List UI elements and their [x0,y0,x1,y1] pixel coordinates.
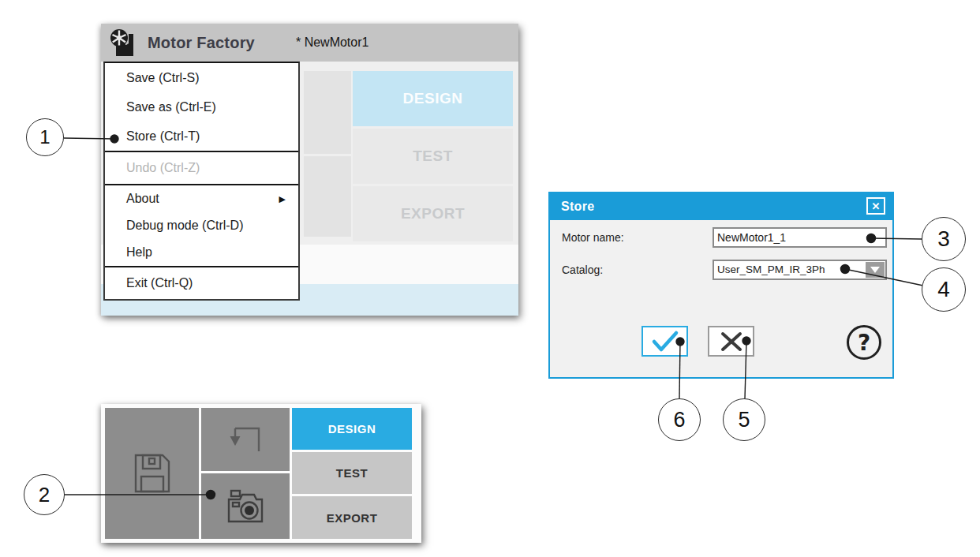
toolbar-window: DESIGN TEST EXPORT [101,404,421,543]
question-mark-icon: ? [858,330,870,356]
catalog-value: User_SM_PM_IR_3Ph [717,261,825,278]
menu-item-undo: Undo (Ctrl-Z) [105,152,298,184]
snapshot-button[interactable] [201,473,290,539]
main-window: Motor Factory * NewMotor1 DESIGN TEST EX… [101,24,518,316]
file-menu: Save (Ctrl-S) Save as (Ctrl-E) Store (Ct… [103,62,300,301]
callout-2: 2 [24,474,65,515]
catalog-label: Catalog: [562,260,603,280]
ok-button[interactable] [641,326,688,357]
toolbar-tab-design[interactable]: DESIGN [292,408,412,450]
tab-export[interactable]: EXPORT [353,186,513,241]
motor-name-input[interactable] [713,227,887,248]
callout-3: 3 [922,217,966,261]
floppy-disk-icon [133,453,171,494]
return-arrow-icon [226,423,265,456]
tab-design[interactable]: DESIGN [353,71,513,126]
back-step-button[interactable] [201,408,290,471]
menu-item-debug-mode[interactable]: Debug mode (Ctrl-D) [105,212,298,239]
menu-item-save[interactable]: Save (Ctrl-S) [105,63,298,92]
callout-5: 5 [723,398,765,441]
menu-item-help[interactable]: Help [105,239,298,266]
store-dialog-title: Store [561,200,594,214]
x-icon [718,331,745,353]
app-title: Motor Factory [148,34,255,52]
motor-factory-logo-icon [108,28,140,58]
page: Motor Factory * NewMotor1 DESIGN TEST EX… [0,0,980,557]
dropdown-arrow-icon[interactable] [866,262,885,278]
callout-1: 1 [26,118,64,156]
menu-item-about[interactable]: About▶ [105,185,298,212]
motor-name-label: Motor name: [562,227,624,248]
menu-item-exit[interactable]: Exit (Ctrl-Q) [105,267,298,299]
store-dialog: Store ✕ Motor name: Catalog: User_SM_PM_… [548,192,894,379]
check-icon [649,330,681,353]
help-button[interactable]: ? [847,325,881,360]
close-icon[interactable]: ✕ [866,197,885,215]
document-title: * NewMotor1 [296,36,368,50]
toolbar-tab-export[interactable]: EXPORT [292,496,412,539]
faded-camera-button[interactable] [304,156,351,237]
menu-item-save-as[interactable]: Save as (Ctrl-E) [105,92,298,121]
submenu-arrow-icon: ▶ [279,185,286,212]
menu-item-store[interactable]: Store (Ctrl-T) [105,121,298,151]
store-dialog-titlebar[interactable]: Store ✕ [550,193,892,220]
callout-4: 4 [922,267,966,312]
cancel-button[interactable] [708,326,754,357]
menu-item-about-label: About [126,192,159,205]
catalog-dropdown[interactable]: User_SM_PM_IR_3Ph [713,260,887,280]
save-button[interactable] [105,408,199,539]
titlebar: Motor Factory * NewMotor1 [101,24,518,62]
tab-test[interactable]: TEST [353,129,513,184]
camera-icon [226,488,265,525]
callout-6: 6 [658,398,701,441]
toolbar-tab-test[interactable]: TEST [292,452,412,494]
faded-arrow-button[interactable] [304,71,351,154]
